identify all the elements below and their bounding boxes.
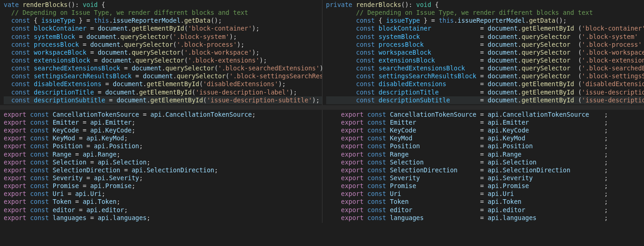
pane-separator [0, 105, 644, 110]
code-pane-top-left[interactable]: vate renderBlocks(): void { // Depending… [0, 0, 322, 105]
top-row: vate renderBlocks(): void { // Depending… [0, 0, 644, 105]
code-pane-top-right[interactable]: private renderBlocks(): void { // Depend… [322, 0, 644, 105]
bottom-row: export const CancellationTokenSource = a… [0, 110, 644, 223]
code-pane-bottom-right[interactable]: export const CancellationTokenSource = a… [322, 110, 644, 223]
editor-split: vate renderBlocks(): void { // Depending… [0, 0, 644, 246]
code-pane-bottom-left[interactable]: export const CancellationTokenSource = a… [0, 110, 322, 223]
